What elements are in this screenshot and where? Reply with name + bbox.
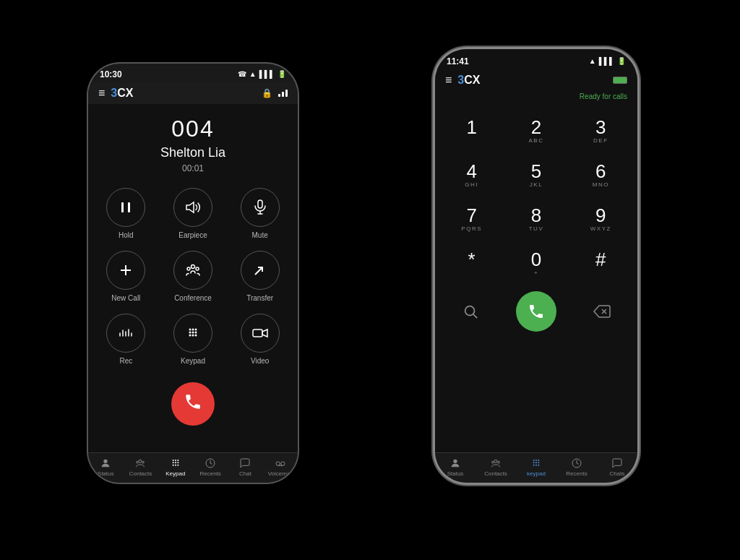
svg-point-28 (139, 460, 142, 462)
call-screen: 004 Shelton Lia 00:01 Hold (88, 104, 298, 452)
bottom-nav-right: Status Contacts keypad (435, 452, 637, 483)
key-btn-star[interactable]: * (441, 243, 502, 284)
backspace-icon (593, 303, 611, 320)
svg-point-34 (172, 462, 173, 463)
keypad-icon (184, 324, 202, 342)
hold-button[interactable]: Hold (95, 188, 157, 239)
nav-recents-right[interactable]: Recents (556, 457, 597, 477)
keypad-grid: 1 2 ABC 3 DEF 4 GHI 5 JKL 6 MNO 7 PQRS 8… (441, 111, 632, 284)
conference-button[interactable]: Conference (163, 251, 224, 302)
svg-point-44 (465, 306, 475, 315)
backspace-button[interactable] (588, 297, 616, 326)
voicemail-nav-icon (275, 457, 286, 469)
svg-marker-2 (186, 202, 194, 212)
svg-point-27 (103, 459, 107, 462)
rec-button[interactable]: Rec (95, 314, 157, 365)
nav-status-label-left: Status (98, 470, 114, 477)
key-btn-7[interactable]: 7 PQRS (441, 199, 502, 240)
svg-point-18 (194, 328, 197, 330)
nav-status-right[interactable]: Status (435, 457, 476, 477)
bottom-nav-left: Status Contacts Keypad (88, 452, 298, 483)
svg-point-60 (538, 464, 539, 465)
keypad-nav-icon-right (530, 457, 542, 469)
key-btn-2[interactable]: 2 ABC (505, 111, 567, 152)
battery-right: 🔋 (617, 57, 626, 65)
nav-keypad-left[interactable]: Keypad (158, 457, 193, 477)
app-header-left: ≡ 3CX 🔒 (88, 82, 298, 104)
earpiece-icon-circle (173, 188, 212, 227)
key-btn-5[interactable]: 5 JKL (505, 155, 567, 196)
nav-chat-left[interactable]: Chat (228, 457, 262, 477)
menu-icon-left[interactable]: ≡ (98, 87, 105, 100)
ready-text: Ready for calls (580, 92, 627, 100)
svg-point-56 (535, 462, 537, 463)
keypad-button[interactable]: Keypad (163, 314, 224, 365)
nav-contacts-right[interactable]: Contacts (476, 457, 516, 477)
key-btn-3[interactable]: 3 DEF (570, 111, 632, 152)
new-call-button[interactable]: New Call (95, 251, 157, 302)
svg-rect-1 (128, 202, 130, 212)
call-button-right[interactable] (516, 291, 556, 332)
key-btn-8[interactable]: 8 TUV (505, 199, 567, 240)
key-btn-4[interactable]: 4 GHI (441, 155, 502, 196)
lock-icon: 🔒 (262, 88, 272, 98)
svg-point-53 (535, 460, 537, 461)
menu-icon-right[interactable]: ≡ (445, 74, 452, 87)
svg-rect-3 (258, 200, 262, 208)
key-btn-hash[interactable]: # (570, 243, 632, 284)
svg-point-54 (538, 460, 539, 461)
key-btn-1[interactable]: 1 (441, 111, 502, 152)
keypad-bottom-row (441, 288, 632, 335)
video-label: Video (251, 357, 269, 365)
chats-nav-icon-right (611, 457, 623, 469)
nav-recents-label-left: Recents (199, 470, 220, 477)
key-btn-9[interactable]: 9 WXYZ (570, 199, 632, 240)
wifi-icon: ▲ (249, 70, 257, 78)
signal-right: ▌▌▌ (599, 57, 614, 65)
phone-left: 10:30 ☎ ▲ ▌▌▌ 🔋 ≡ 3CX 🔒 (88, 64, 298, 483)
svg-point-52 (533, 460, 535, 461)
new-call-label: New Call (111, 294, 140, 302)
rec-icon (117, 324, 134, 342)
earpiece-button[interactable]: Earpiece (163, 188, 224, 239)
rec-label: Rec (119, 357, 132, 365)
key-btn-0[interactable]: 0 + (505, 243, 567, 284)
hold-label: Hold (119, 231, 134, 239)
svg-rect-0 (121, 202, 124, 212)
mute-button[interactable]: Mute (229, 188, 291, 239)
transfer-button[interactable]: Transfer (229, 251, 291, 302)
svg-point-55 (533, 462, 535, 463)
end-call-icon (184, 392, 202, 411)
nav-contacts-left[interactable]: Contacts (123, 457, 158, 477)
wifi-icon-right: ▲ (589, 57, 596, 65)
svg-point-50 (492, 461, 494, 463)
svg-point-21 (194, 331, 197, 333)
conference-label: Conference (174, 294, 212, 302)
conference-icon (184, 262, 202, 279)
call-name: Shelton Lia (160, 145, 225, 160)
svg-point-9 (187, 267, 190, 270)
nav-voicemail-left[interactable]: Voicemail (263, 457, 298, 477)
nav-voicemail-label: Voicemail (268, 470, 293, 477)
nav-recents-left[interactable]: Recents (193, 457, 228, 477)
nav-contacts-label-left: Contacts (129, 470, 152, 477)
svg-line-45 (473, 314, 477, 318)
svg-point-59 (535, 464, 537, 465)
contacts-nav-icon (134, 457, 146, 469)
svg-point-10 (196, 267, 199, 270)
video-button[interactable]: Video (229, 314, 291, 365)
nav-keypad-label-left: Keypad (165, 470, 185, 477)
nav-keypad-right[interactable]: keypad (516, 457, 556, 477)
call-actions: Hold Earpiece (95, 188, 291, 365)
search-button[interactable] (456, 297, 485, 326)
contacts-nav-icon-right (490, 457, 502, 469)
mute-label: Mute (252, 231, 268, 239)
header-icons-right (613, 77, 627, 84)
key-btn-6[interactable]: 6 MNO (570, 155, 632, 196)
status-nav-icon (100, 457, 111, 469)
svg-point-58 (533, 464, 535, 465)
nav-chats-label-right: Chats (610, 470, 625, 477)
nav-chats-right[interactable]: Chats (597, 457, 637, 477)
end-call-button[interactable] (163, 373, 224, 434)
nav-status-left[interactable]: Status (88, 457, 123, 477)
